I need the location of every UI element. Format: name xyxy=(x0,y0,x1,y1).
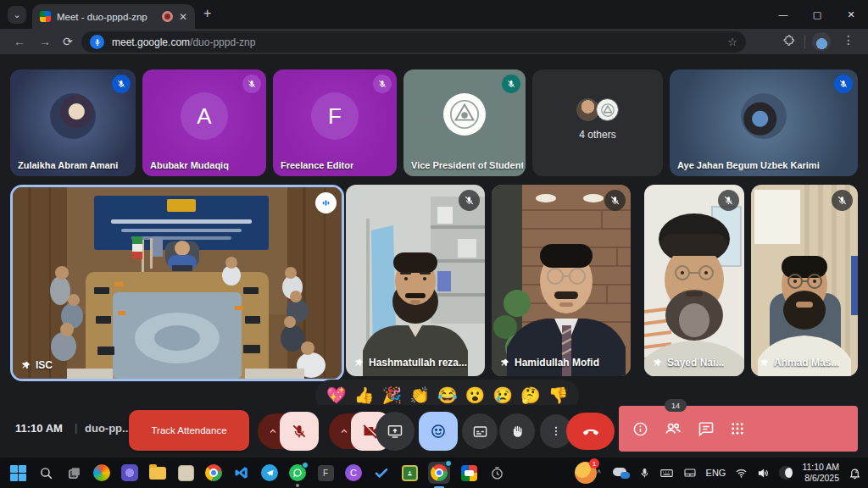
new-tab-button[interactable]: + xyxy=(203,7,211,20)
address-bar[interactable]: meet.google.com/duo-pppd-znp ☆ xyxy=(81,31,746,53)
touchpad-icon[interactable] xyxy=(683,466,697,480)
meeting-info-panel xyxy=(619,406,858,452)
participant-tile-hamidullah[interactable]: Hamidullah Mofid xyxy=(492,185,631,376)
tray-chevron-icon[interactable]: ＾ xyxy=(595,467,604,479)
activities-button[interactable] xyxy=(730,421,745,436)
meeting-details-button[interactable] xyxy=(632,421,648,437)
track-attendance-button[interactable]: Track Attendance xyxy=(129,410,249,451)
chrome-icon[interactable] xyxy=(204,463,223,482)
notification-dot xyxy=(302,462,309,469)
vscode-icon[interactable] xyxy=(232,463,251,482)
clock-app-icon[interactable] xyxy=(487,463,506,482)
reaction-surprised[interactable]: 😮 xyxy=(465,387,486,403)
participant-name: Zulaikha Abram Amani xyxy=(18,160,118,170)
notifications-bell-icon[interactable] xyxy=(849,467,861,480)
mic-muted-icon xyxy=(112,75,131,93)
participant-tile-aye-jahan[interactable]: Aye Jahan Begum Uzbek Karimi xyxy=(670,69,858,176)
forward-button[interactable]: → xyxy=(39,34,51,49)
mic-toggle-button[interactable] xyxy=(280,412,319,451)
telegram-icon[interactable] xyxy=(260,463,279,482)
participant-tile-ahmad[interactable]: Ahmad Mas... xyxy=(751,185,858,376)
participant-tile-isc-room[interactable]: ISC xyxy=(10,185,344,381)
tray-mic-icon[interactable] xyxy=(639,468,650,479)
participant-label: Hashmatullah reza... xyxy=(353,357,467,369)
raise-hand-button[interactable] xyxy=(499,413,535,449)
mic-off-icon xyxy=(291,423,308,440)
touch-keyboard-icon[interactable] xyxy=(659,466,674,480)
classroom-icon[interactable] xyxy=(400,463,419,482)
participant-name: ISC xyxy=(36,359,53,371)
reaction-thinking[interactable]: 🤔 xyxy=(520,387,541,403)
reaction-thumbs-up[interactable]: 👍 xyxy=(354,387,375,403)
start-button[interactable] xyxy=(8,463,27,482)
reaction-clap[interactable]: 👏 xyxy=(409,387,430,403)
minimize-button[interactable]: — xyxy=(766,9,800,19)
others-avatars xyxy=(532,98,663,121)
participant-tile-vice-president[interactable]: Vice President of Student ... xyxy=(403,69,526,176)
volume-icon[interactable] xyxy=(757,467,770,480)
chat-button[interactable] xyxy=(698,420,715,437)
participant-video-scene xyxy=(751,185,858,376)
search-icon[interactable] xyxy=(36,463,55,482)
participant-name: Aye Jahan Begum Uzbek Karimi xyxy=(677,160,820,170)
app-f-icon[interactable]: F xyxy=(316,463,335,482)
mic-permission-icon[interactable] xyxy=(90,35,104,49)
file-explorer-icon[interactable] xyxy=(148,463,167,482)
reaction-laugh[interactable]: 😂 xyxy=(437,387,458,403)
tab-close-button[interactable]: ✕ xyxy=(179,12,187,22)
url-text: meet.google.com/duo-pppd-znp xyxy=(112,36,255,48)
toolbar-divider xyxy=(804,35,805,48)
end-call-icon xyxy=(581,422,600,441)
notes-app-icon[interactable] xyxy=(176,463,195,482)
participant-tile-abubakr[interactable]: A Abubakr Mudaqiq xyxy=(142,69,266,176)
notification-app-icon[interactable]: 1 xyxy=(575,462,597,484)
apps-grid-icon xyxy=(730,421,745,436)
browser-tab[interactable]: Meet - duo-pppd-znp ✕ xyxy=(32,4,195,29)
participant-tile-freelance-editor[interactable]: F Freelance Editor xyxy=(273,69,397,176)
close-button[interactable]: ✕ xyxy=(834,9,868,20)
todo-check-icon[interactable] xyxy=(372,463,391,482)
pin-icon xyxy=(20,360,31,371)
participant-tile-zulaikha[interactable]: Zulaikha Abram Amani xyxy=(10,69,136,176)
present-screen-button[interactable] xyxy=(376,412,415,451)
reload-button[interactable]: ⟳ xyxy=(63,34,73,49)
bookmark-star-icon[interactable]: ☆ xyxy=(727,36,737,48)
reactions-button[interactable] xyxy=(419,412,458,451)
battery-saver-icon[interactable] xyxy=(779,466,793,480)
captions-button[interactable] xyxy=(462,413,498,449)
pin-icon xyxy=(353,358,364,369)
overflow-tile-others[interactable]: 4 others xyxy=(532,69,663,176)
end-call-button[interactable] xyxy=(566,413,615,450)
participants-button[interactable] xyxy=(664,419,682,438)
screen: ⌄ Meet - duo-pppd-znp ✕ + — ▢ ✕ ← → ⟳ me… xyxy=(0,0,868,488)
tab-search-button[interactable]: ⌄ xyxy=(8,6,26,24)
copilot-icon[interactable] xyxy=(92,463,111,482)
back-button[interactable]: ← xyxy=(14,34,25,49)
widgets-icon[interactable] xyxy=(120,463,139,482)
url-host: meet.google.com xyxy=(112,36,190,48)
maximize-button[interactable]: ▢ xyxy=(800,9,834,20)
extensions-icon[interactable] xyxy=(782,34,795,50)
tray-time: 11:10 AM xyxy=(802,462,839,472)
tray-clock[interactable]: 11:10 AM 8/6/2025 xyxy=(802,462,839,484)
reaction-cry[interactable]: 😢 xyxy=(492,387,513,403)
wifi-icon[interactable] xyxy=(735,467,748,480)
participant-tile-hashmatullah[interactable]: Hashmatullah reza... xyxy=(346,185,485,376)
reaction-thumbs-down[interactable]: 👎 xyxy=(548,387,569,403)
browser-menu-icon[interactable]: ⋮ xyxy=(843,33,854,47)
task-view-icon[interactable] xyxy=(64,463,83,482)
reaction-party[interactable]: 🎉 xyxy=(381,387,402,403)
participant-name: Hashmatullah reza... xyxy=(369,357,467,369)
reaction-heart[interactable]: 💖 xyxy=(326,387,347,403)
language-indicator[interactable]: ENG xyxy=(706,468,726,478)
app-c-icon[interactable]: C xyxy=(344,463,363,482)
chrome-active-icon[interactable] xyxy=(428,462,450,484)
participant-tile-sayed[interactable]: Sayed Nai... xyxy=(644,185,744,376)
browser-titlebar: ⌄ Meet - duo-pppd-znp ✕ + — ▢ ✕ xyxy=(0,0,868,29)
smiley-icon xyxy=(430,423,447,440)
conference-room-scene xyxy=(13,187,342,379)
meet-app-icon[interactable] xyxy=(459,463,478,482)
onedrive-icon[interactable] xyxy=(613,468,630,479)
whatsapp-icon[interactable] xyxy=(288,463,307,482)
profile-avatar[interactable] xyxy=(812,32,831,51)
